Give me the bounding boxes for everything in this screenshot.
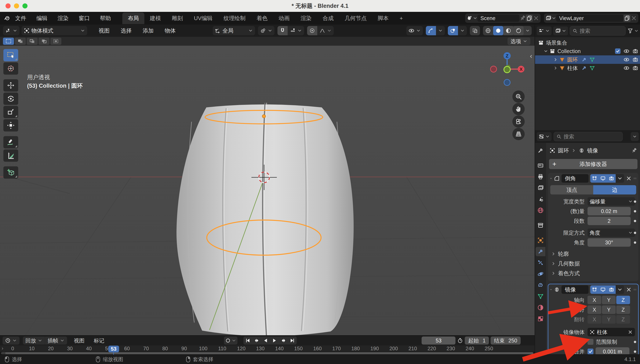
record-icon[interactable] — [225, 338, 231, 343]
proportional-editing-toggle[interactable] — [307, 26, 317, 35]
frame-end-field[interactable]: 结束250 — [491, 336, 521, 344]
tab-output[interactable] — [536, 172, 545, 181]
options-button[interactable]: 选项 — [508, 38, 530, 45]
breadcrumb-object[interactable]: 圆环 — [558, 147, 569, 154]
mirror-bisect-z[interactable]: Z — [616, 306, 630, 314]
tool-add-cube[interactable] — [4, 166, 18, 178]
bevel-limit-dropdown[interactable]: 角度 — [587, 228, 635, 237]
object-visibility-selector[interactable] — [406, 26, 423, 35]
mirror-bisect-x[interactable]: X — [587, 306, 601, 314]
viewport-menu-add[interactable]: 添加 — [137, 27, 159, 34]
pin-icon[interactable] — [631, 148, 637, 154]
shading-wireframe-button[interactable] — [483, 26, 493, 35]
keying-menu[interactable]: 插帧 — [45, 336, 67, 344]
play-button[interactable] — [270, 336, 279, 344]
tab-world[interactable] — [536, 206, 545, 215]
play-reverse-button[interactable] — [261, 336, 270, 344]
merge-checkbox[interactable] — [587, 348, 593, 354]
mirror-flip-x[interactable]: X — [587, 315, 601, 324]
mirror-bisect-y[interactable]: Y — [602, 306, 616, 314]
viewport-menu-object[interactable]: 物体 — [159, 27, 181, 34]
frame-start-field[interactable]: 起始1 — [465, 336, 489, 344]
mirror-flip-z[interactable]: Z — [616, 315, 630, 324]
outliner-row-collection[interactable]: Collection — [535, 47, 640, 56]
tool-move[interactable] — [4, 79, 18, 92]
merge-limit-field[interactable]: 0.001 m — [595, 347, 629, 354]
ruler-expand-icon[interactable] — [1, 346, 4, 351]
outliner-display-mode[interactable] — [553, 26, 568, 35]
workspace-tab-shading[interactable]: 着色 — [251, 12, 273, 24]
animate-dot[interactable] — [634, 242, 636, 244]
new-viewlayer-icon[interactable] — [623, 14, 631, 22]
bevel-affect-vertices[interactable]: 顶点 — [550, 185, 593, 194]
prev-keyframe-button[interactable] — [252, 336, 261, 344]
mirror-editmode-toggle[interactable] — [590, 285, 599, 294]
gizmos-dropdown[interactable] — [436, 26, 445, 35]
xray-toggle[interactable] — [470, 26, 480, 35]
playback-menu[interactable]: 回放 — [23, 336, 45, 344]
tab-physics[interactable] — [536, 269, 545, 278]
mirror-axis-z[interactable]: Z — [616, 296, 630, 304]
animate-dot[interactable] — [634, 220, 636, 222]
drag-handle-icon[interactable] — [633, 288, 636, 292]
mirror-flip-y[interactable]: Y — [602, 315, 616, 324]
workspace-tab-uv[interactable]: UV编辑 — [188, 12, 218, 24]
maximize-window-button[interactable] — [23, 4, 28, 8]
toggle-perspective-button[interactable] — [512, 128, 525, 140]
select-intersect-mode-button[interactable] — [50, 38, 61, 45]
tab-modifiers[interactable] — [536, 247, 545, 256]
jump-to-end-button[interactable] — [288, 336, 297, 344]
bevel-section-shading[interactable]: 着色方式 — [548, 268, 638, 278]
tool-annotate[interactable] — [4, 136, 18, 148]
viewport-canvas[interactable]: 用户透视 (53) Collection | 圆环 — [0, 46, 535, 335]
mirror-viewport-toggle[interactable] — [599, 285, 607, 294]
close-icon[interactable] — [626, 176, 632, 181]
menu-window[interactable]: 窗口 — [74, 14, 95, 22]
scene-icon[interactable] — [467, 15, 473, 21]
bevel-extras-dropdown[interactable] — [616, 174, 624, 183]
collapse-panel-icon[interactable] — [529, 53, 533, 60]
delete-scene-icon[interactable] — [533, 15, 539, 21]
tool-select-box[interactable] — [4, 49, 18, 61]
render-camera-icon[interactable] — [632, 57, 638, 62]
workspace-tab-texture-paint[interactable]: 纹理绘制 — [218, 12, 251, 24]
close-icon[interactable] — [626, 287, 632, 292]
tab-view-layer[interactable] — [536, 183, 545, 192]
mirror-object-field[interactable]: 柱体 — [587, 328, 635, 336]
select-box-mode-button[interactable] — [3, 38, 14, 45]
menu-file[interactable]: 文件 — [10, 14, 31, 22]
viewport-menu-view[interactable]: 视图 — [93, 27, 115, 34]
outliner-row-scene-collection[interactable]: 场景集合 — [535, 38, 640, 47]
collection-checkbox[interactable] — [615, 48, 620, 54]
outliner-filter-button[interactable] — [627, 28, 639, 34]
outliner-row-cylinder[interactable]: 柱体 — [535, 64, 640, 72]
transform-orientation-selector[interactable]: 全局 — [213, 26, 255, 35]
viewlayer-name-field[interactable]: ViewLayer — [556, 14, 623, 22]
zoom-view-button[interactable] — [512, 90, 525, 103]
add-modifier-button[interactable]: + 添加修改器 — [549, 159, 637, 169]
tab-tool[interactable] — [536, 146, 545, 155]
mode-selector[interactable]: 物体模式 — [22, 26, 87, 35]
snap-target-selector[interactable] — [288, 26, 304, 35]
new-scene-icon[interactable] — [526, 14, 533, 22]
properties-search-input[interactable]: 搜索 — [554, 132, 623, 141]
tool-transform[interactable] — [4, 119, 18, 132]
chevron-down-icon[interactable] — [473, 16, 478, 20]
current-frame-marker[interactable]: 53 — [108, 346, 119, 352]
menu-help[interactable]: 帮助 — [95, 14, 116, 22]
delete-viewlayer-icon[interactable] — [631, 15, 637, 21]
next-keyframe-button[interactable] — [279, 336, 288, 344]
shading-solid-button[interactable] — [493, 26, 503, 35]
current-frame-field[interactable]: 53 — [421, 336, 456, 344]
clipping-checkbox[interactable] — [587, 339, 593, 345]
bevel-section-profile[interactable]: 轮廓 — [548, 249, 638, 259]
collapse-chevron-icon[interactable] — [543, 49, 548, 54]
collapse-chevron-icon[interactable] — [550, 287, 552, 292]
tool-cursor[interactable] — [4, 62, 18, 74]
select-extend-mode-button[interactable] — [15, 38, 26, 45]
tab-object-data[interactable] — [536, 292, 545, 301]
bevel-amount-field[interactable]: 0.02 m — [587, 207, 631, 216]
editor-type-selector[interactable] — [3, 26, 20, 35]
animate-dot[interactable] — [634, 350, 636, 353]
stopwatch-icon[interactable] — [457, 338, 463, 344]
